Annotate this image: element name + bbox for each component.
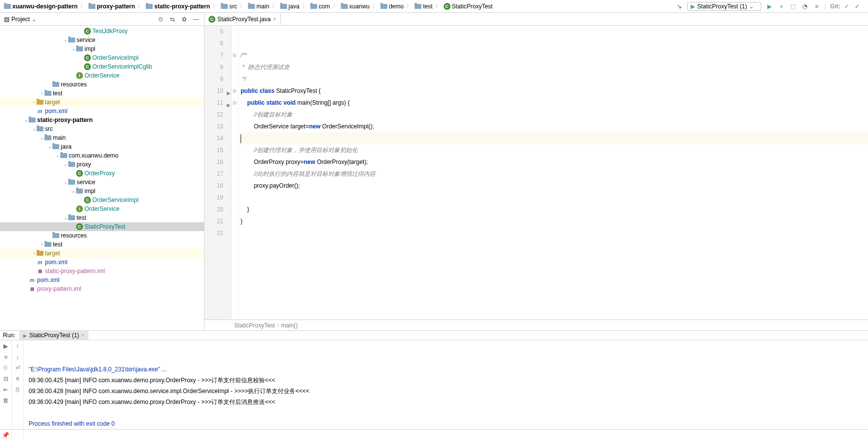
tree-label: test xyxy=(75,214,86,221)
folder-icon xyxy=(248,4,255,9)
print-button[interactable]: ⎙ xyxy=(14,386,22,394)
breadcrumb-item[interactable]: com xyxy=(309,2,331,10)
run-toolbar-left: ▶ ■ ⎘ ⊟ ⇤ 🗑 xyxy=(0,340,12,440)
tree-arrow-icon[interactable]: › xyxy=(32,100,37,105)
tree-arrow-icon[interactable]: ⌄ xyxy=(32,126,37,131)
tree-item[interactable]: ›test xyxy=(0,240,204,249)
breadcrumb-item[interactable]: proxy-pattern xyxy=(87,2,136,10)
fold-column[interactable]: ⊟⊟⊟ xyxy=(232,26,239,320)
tree-item[interactable]: ▦proxy-pattern.iml xyxy=(0,284,204,293)
tree-arrow-icon[interactable]: ⌄ xyxy=(63,38,68,42)
close-icon[interactable]: × xyxy=(81,332,84,339)
tree-arrow-icon[interactable]: › xyxy=(40,91,44,96)
tree-item[interactable]: CStaticProxyTest xyxy=(0,222,204,231)
tree-item[interactable]: ⌄impl xyxy=(0,44,204,53)
run-label: Run: xyxy=(3,332,15,339)
tree-item[interactable]: ▦static-proxy-pattern.iml xyxy=(0,267,204,276)
tree-item[interactable]: ⌄impl xyxy=(0,187,204,196)
tree-arrow-icon[interactable]: ⌄ xyxy=(55,153,60,158)
git-commit-icon[interactable]: ✓ xyxy=(853,2,861,10)
breadcrumb-item[interactable]: src xyxy=(220,2,238,10)
breadcrumb-item[interactable]: demo xyxy=(379,2,405,10)
tree-item[interactable]: COrderServiceImplCglib xyxy=(0,62,204,71)
tree-item[interactable]: ⌄com.xuanwu.demo xyxy=(0,151,204,160)
breadcrumb-item[interactable]: xuanwu xyxy=(340,2,371,10)
tree-arrow-icon[interactable]: ⌄ xyxy=(71,189,76,194)
tree-arrow-icon[interactable]: ⌄ xyxy=(40,135,44,140)
breadcrumb-item[interactable]: xuanwu-design-pattern xyxy=(3,2,79,10)
layout-button[interactable]: ⊟ xyxy=(2,375,10,383)
profile-button[interactable]: ◔ xyxy=(801,2,809,10)
tree-item[interactable]: ⌄static-proxy-pattern xyxy=(0,116,204,124)
tree-item[interactable]: ⌄java xyxy=(0,142,204,151)
expand-icon[interactable]: ⇆ xyxy=(168,15,176,23)
debug-button[interactable]: ⌖ xyxy=(777,2,785,10)
tree-item[interactable]: ⌄service xyxy=(0,36,204,44)
editor-tab[interactable]: C StaticProxyTest.java × xyxy=(205,13,281,25)
up-button[interactable]: ↑ xyxy=(14,342,22,350)
breadcrumb-item[interactable]: java xyxy=(279,2,300,10)
editor-crumb-class[interactable]: StaticProxyTest xyxy=(234,322,275,329)
tree-item[interactable]: CTestJdkProxy xyxy=(0,27,204,36)
breadcrumb-item[interactable]: test xyxy=(413,2,433,10)
project-tree[interactable]: CTestJdkProxy⌄service⌄implCOrderServiceI… xyxy=(0,26,204,330)
tree-item[interactable]: ›test xyxy=(0,89,204,98)
delete-button[interactable]: 🗑 xyxy=(2,397,10,404)
build-icon[interactable]: ↘ xyxy=(675,2,683,10)
breadcrumb-item[interactable]: main xyxy=(247,2,270,10)
tree-item[interactable]: ›target xyxy=(0,98,204,107)
breadcrumb-item[interactable]: static-proxy-pattern xyxy=(145,2,211,10)
tree-arrow-icon[interactable]: ⌄ xyxy=(63,162,68,167)
tree-item[interactable]: resources xyxy=(0,231,204,240)
hide-icon[interactable]: — xyxy=(192,15,200,23)
tree-item[interactable]: ›target xyxy=(0,249,204,258)
coverage-button[interactable]: ⬚ xyxy=(789,2,797,10)
run-config-selector[interactable]: ▶ StaticProxyTest (1) ⌄ xyxy=(687,2,761,11)
tree-arrow-icon[interactable]: › xyxy=(40,242,44,247)
tree-item[interactable]: COrderServiceImpl xyxy=(0,196,204,204)
exit-button[interactable]: ⇤ xyxy=(2,386,10,394)
tree-arrow-icon[interactable]: ⌄ xyxy=(47,144,52,149)
tree-item[interactable]: IOrderService xyxy=(0,204,204,213)
code-area[interactable]: /** * 静态代理测试类 */public class StaticProxy… xyxy=(239,26,868,320)
tree-item[interactable]: mpom.xml xyxy=(0,276,204,284)
tree-arrow-icon[interactable]: ⌄ xyxy=(71,46,76,51)
tree-item[interactable]: COrderServiceImpl xyxy=(0,53,204,62)
git-update-icon[interactable]: ✓ xyxy=(844,3,849,10)
tree-arrow-icon[interactable]: ⌄ xyxy=(24,118,29,122)
tree-item[interactable]: ⌄main xyxy=(0,133,204,142)
tree-item[interactable]: ⌄test xyxy=(0,213,204,222)
console-output[interactable]: "E:\Program Files\Java\jdk1.8.0_231\bin\… xyxy=(24,340,868,440)
close-icon[interactable]: × xyxy=(273,16,276,23)
pin-icon[interactable]: 📌 xyxy=(0,432,11,439)
tree-item[interactable]: resources xyxy=(0,80,204,89)
line-gutter[interactable]: 5678910▶11▶1213141516171819202122 xyxy=(205,26,232,320)
tree-item[interactable]: COrderProxy xyxy=(0,169,204,178)
run-gutter-icon[interactable]: ▶ xyxy=(227,99,231,111)
stop-button[interactable]: ■ xyxy=(813,2,821,10)
run-button[interactable]: ▶ xyxy=(765,2,773,10)
folder-icon xyxy=(60,153,67,158)
scroll-button[interactable]: ≡ xyxy=(14,375,22,383)
gear-icon[interactable]: ✿ xyxy=(180,15,188,23)
run-tab[interactable]: ▶ StaticProxyTest (1) × xyxy=(19,331,88,340)
run-gutter-icon[interactable]: ▶ xyxy=(227,87,231,99)
editor-crumb-method[interactable]: main() xyxy=(281,322,298,329)
tree-arrow-icon[interactable]: ⌄ xyxy=(63,215,68,220)
dump-button[interactable]: ⎘ xyxy=(2,364,10,372)
tree-arrow-icon[interactable]: ⌄ xyxy=(63,180,68,185)
tree-item[interactable]: IOrderService xyxy=(0,71,204,80)
tree-arrow-icon[interactable]: › xyxy=(32,251,37,256)
tree-item[interactable]: mpom.xml xyxy=(0,107,204,116)
chevron-down-icon[interactable]: ⌄ xyxy=(32,16,37,23)
down-button[interactable]: ↓ xyxy=(14,353,22,361)
tree-item[interactable]: mpom.xml xyxy=(0,258,204,267)
stop-button[interactable]: ■ xyxy=(2,353,10,361)
tree-item[interactable]: ⌄src xyxy=(0,124,204,133)
tree-item[interactable]: ⌄service xyxy=(0,178,204,187)
tree-item[interactable]: ⌄proxy xyxy=(0,160,204,169)
rerun-button[interactable]: ▶ xyxy=(2,342,10,350)
soft-wrap-button[interactable]: ⏎ xyxy=(14,364,22,372)
breadcrumb-item[interactable]: CStaticProxyTest xyxy=(443,2,494,10)
locate-icon[interactable]: ⊙ xyxy=(157,15,165,23)
